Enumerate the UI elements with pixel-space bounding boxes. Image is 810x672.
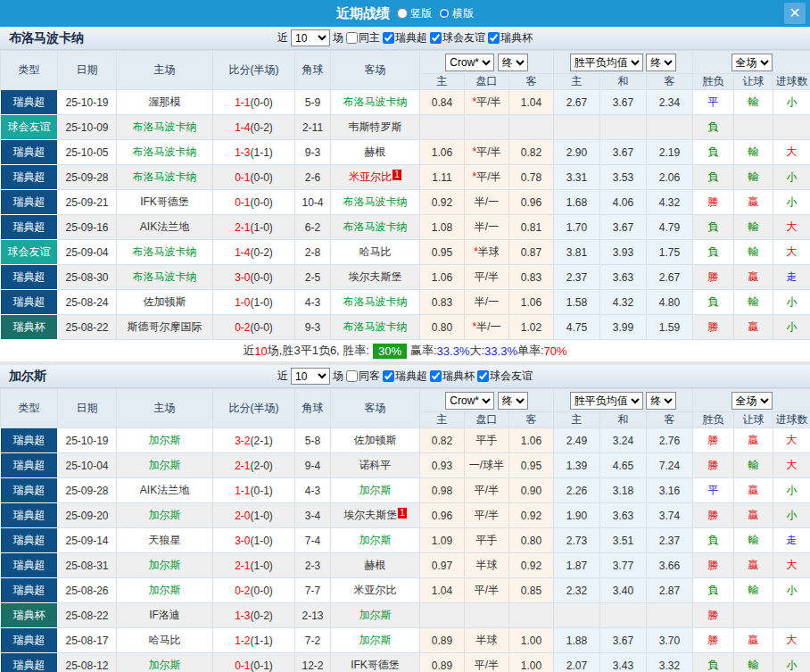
away-team-cell: 加尔斯 [331, 528, 420, 553]
same-venue-checkbox[interactable] [346, 32, 358, 44]
summary-segment: 30% [373, 344, 407, 359]
mean-type-select[interactable]: 胜平负均值 [570, 54, 643, 71]
away-team-cell: 哈马比 [331, 240, 420, 265]
corner-cell: 5-9 [295, 90, 331, 115]
scope-select[interactable]: 全场 [731, 54, 773, 71]
halftime-score: (0-0) [251, 96, 273, 109]
odds-final-select[interactable]: 终 [498, 392, 528, 410]
match-row: 瑞典超25-09-20加尔斯2-0(1-0)3-4埃尔夫斯堡10.96平/半0.… [1, 503, 810, 528]
comp-checkbox[interactable] [430, 370, 442, 382]
home-team-cell: IF洛迪 [117, 603, 213, 628]
result-handicap-cell: 輸 [734, 653, 773, 672]
same-venue-checkbox-option[interactable]: 同客 [346, 369, 380, 384]
comp-checkbox-option[interactable]: 瑞典杯 [430, 369, 475, 384]
league-type-cell: 瑞典超 [1, 478, 58, 503]
league-type-cell: 瑞典超 [1, 453, 58, 478]
away-team-cell: 加尔斯 [331, 628, 420, 653]
mean-draw-cell: 3.67 [600, 140, 647, 165]
league-type-cell: 瑞典超 [1, 578, 58, 603]
comp-checkbox-option[interactable]: 瑞典超 [383, 369, 427, 384]
odds-source-select[interactable]: Crow* [445, 54, 494, 71]
odds-home-cell: 0.82 [420, 428, 465, 453]
record-summary: 近10场,胜3平1负6, 胜率:30%赢率:33.3% 大:33.3% 单率:7… [0, 340, 810, 361]
result-goals-cell: 小 [773, 478, 810, 503]
comp-checkbox-option[interactable]: 球会友谊 [477, 369, 533, 384]
team-label: 布洛马波卡纳 [343, 320, 408, 333]
corner-cell: 5-8 [295, 428, 331, 453]
away-team-cell: 布洛马波卡纳 [331, 190, 420, 215]
date-cell: 25-09-20 [58, 503, 117, 528]
halftime-score: (0-0) [251, 585, 273, 597]
odds-source-select[interactable]: Crow* [445, 392, 494, 410]
comp-checkbox[interactable] [383, 370, 394, 382]
odds-away-cell [509, 603, 554, 628]
comp-checkbox-option[interactable]: 瑞典杯 [488, 30, 533, 46]
odds-away-cell: 0.81 [509, 215, 554, 240]
away-team-cell: 赫根 [331, 140, 420, 165]
corner-cell: 6-2 [295, 215, 331, 240]
mean-type-select[interactable]: 胜平负均值 [570, 392, 643, 410]
league-type-cell: 瑞典超 [1, 265, 58, 290]
odds-home-cell: 0.80 [420, 315, 465, 340]
team-label: 加尔斯 [149, 459, 181, 471]
league-type-cell: 瑞典杯 [1, 315, 58, 340]
date-cell: 25-08-30 [58, 265, 117, 290]
comp-checkbox-option[interactable]: 瑞典超 [383, 30, 427, 46]
date-cell: 25-09-16 [58, 215, 117, 240]
layout-horizontal-option[interactable]: 横版 [439, 6, 474, 21]
result-handicap-cell: 贏 [734, 428, 773, 453]
filter-games-label: 场 [333, 369, 343, 384]
mean-final-select[interactable]: 终 [646, 392, 676, 410]
result-goals-cell [773, 115, 810, 140]
same-venue-checkbox[interactable] [346, 370, 358, 382]
close-icon[interactable]: ✕ [784, 3, 806, 24]
result-goals-cell: 小 [773, 578, 810, 603]
result-wdl-cell: 負 [693, 140, 734, 165]
home-team-cell: 布洛马波卡纳 [117, 265, 213, 290]
date-cell: 25-08-24 [58, 290, 117, 315]
match-count-select[interactable]: 10 [291, 368, 330, 385]
away-team-cell: 布洛马波卡纳 [331, 215, 420, 240]
red-card-badge: 1 [398, 508, 407, 519]
home-team-cell: 天狼星 [117, 528, 213, 553]
fulltime-score: 3-0 [235, 271, 250, 284]
score-cell: 0-1(0-0) [213, 190, 295, 215]
col-header-corner: 角球 [295, 51, 331, 90]
scope-select[interactable]: 全场 [731, 392, 773, 410]
result-goals-cell: 小 [773, 315, 810, 340]
layout-horizontal-radio[interactable] [439, 8, 450, 19]
comp-checkbox[interactable] [477, 370, 489, 382]
same-venue-checkbox-option[interactable]: 同主 [346, 30, 380, 46]
result-wdl-cell: 勝 [693, 628, 734, 653]
away-team-cell: 佐加顿斯 [331, 428, 420, 453]
odds-away-cell: 0.85 [509, 578, 554, 603]
layout-vertical-option[interactable]: 竖版 [397, 6, 432, 21]
mean-final-select[interactable]: 终 [646, 54, 676, 71]
result-handicap-cell: 輸 [734, 578, 773, 603]
fulltime-score: 1-4 [235, 121, 250, 134]
layout-vertical-radio[interactable] [397, 8, 408, 19]
comp-checkbox[interactable] [488, 32, 500, 44]
comp-checkbox[interactable] [430, 32, 442, 44]
odds-final-select[interactable]: 终 [498, 54, 528, 71]
result-handicap-cell: 輸 [734, 140, 773, 165]
fulltime-score: 1-0 [235, 296, 250, 309]
mean-home-cell: 3.81 [554, 240, 600, 265]
halftime-score: (0-2) [251, 246, 273, 259]
fulltime-score: 0-2 [235, 585, 250, 597]
team-label: 布洛马波卡纳 [343, 95, 408, 108]
col-header-odds-away: 客 [509, 412, 554, 428]
odds-away-cell: 1.00 [509, 628, 554, 653]
team-section-home: 布洛马波卡纳 近 10 场 同主 瑞典超 球会友谊 瑞典杯 [0, 27, 810, 361]
mean-away-cell: 1.59 [647, 315, 693, 340]
comp-checkbox-option[interactable]: 球会友谊 [430, 30, 485, 46]
result-goals-cell: 大 [773, 240, 810, 265]
match-count-select[interactable]: 10 [291, 29, 330, 46]
comp-checkbox[interactable] [383, 32, 394, 44]
result-handicap-cell [734, 603, 773, 628]
comp-label: 瑞典超 [395, 369, 427, 384]
summary-segment: 70% [544, 344, 567, 358]
mean-home-cell: 2.26 [554, 478, 600, 503]
date-cell: 25-08-12 [58, 653, 117, 672]
filter-bar: 近 10 场 同客 瑞典超 瑞典杯 球会友谊 [0, 365, 810, 387]
